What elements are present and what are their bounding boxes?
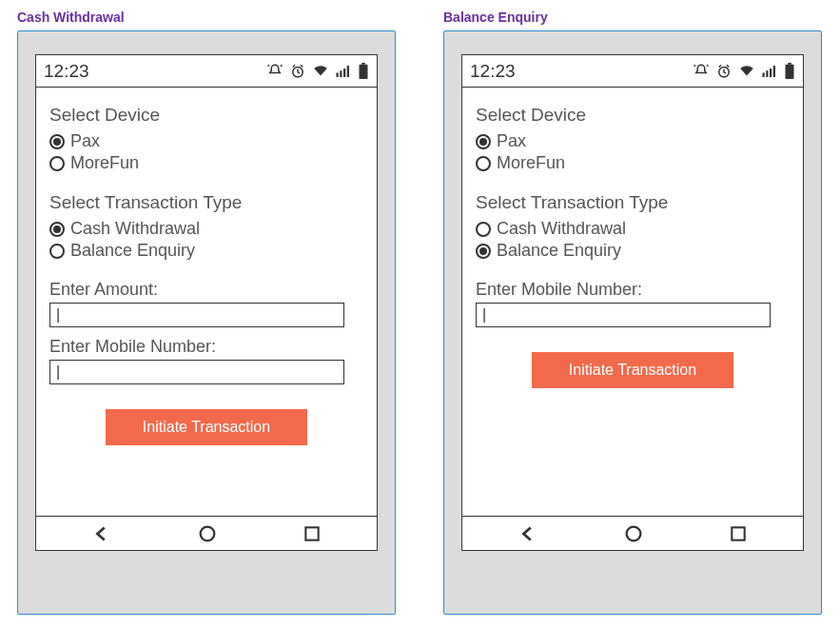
status-bar: 12:23 [462,55,803,88]
nav-recent-icon[interactable] [303,524,322,543]
svg-rect-17 [732,527,744,540]
form-content: Select DevicePaxMoreFunSelect Transactio… [462,88,803,516]
phone-frame: 12:23Select DevicePaxMoreFunSelect Trans… [17,30,396,615]
device-option-1[interactable]: MoreFun [476,153,790,173]
device-option-1[interactable]: MoreFun [49,153,363,173]
clock-icon [715,63,733,80]
svg-rect-13 [773,66,775,77]
text-input[interactable] [476,303,771,327]
status-time: 12:23 [44,61,89,82]
radio-icon [476,134,491,149]
field-label: Enter Mobile Number: [49,337,363,357]
svg-rect-2 [340,70,342,77]
radio-label: Balance Enquiry [70,241,195,261]
txn-option-1[interactable]: Balance Enquiry [49,241,363,261]
svg-rect-8 [305,527,318,540]
signal-icon [335,63,352,80]
nav-back-icon[interactable] [518,523,538,544]
svg-rect-5 [360,64,368,78]
device-section-label: Select Device [476,105,790,126]
svg-rect-1 [337,72,339,77]
wifi-icon [312,63,329,80]
svg-point-16 [627,526,641,540]
status-icons [266,63,369,80]
status-time: 12:23 [470,61,516,82]
status-bar: 12:23 [36,55,377,88]
svg-rect-3 [343,69,345,77]
device-option-0[interactable]: Pax [49,131,363,151]
nav-back-icon[interactable] [91,523,112,544]
txn-section-label: Select Transaction Type [476,192,790,213]
android-nav-bar [462,516,803,550]
status-icons [693,63,795,80]
panel: Cash Withdrawal12:23Select DevicePaxMore… [17,10,396,615]
radio-label: MoreFun [70,153,139,173]
phone-frame: 12:23Select DevicePaxMoreFunSelect Trans… [443,30,822,615]
clock-icon [289,63,306,80]
radio-label: Pax [70,131,100,151]
svg-rect-14 [786,64,794,78]
panel-title: Balance Enquiry [443,10,822,25]
svg-rect-15 [788,63,791,65]
radio-label: Cash Withdrawal [497,219,626,239]
svg-rect-10 [763,72,765,77]
radio-icon [49,156,65,171]
svg-rect-4 [347,66,349,77]
radio-icon [476,244,491,259]
radio-label: Balance Enquiry [497,241,621,261]
svg-point-7 [201,526,215,540]
txn-option-0[interactable]: Cash Withdrawal [476,219,790,239]
panel: Balance Enquiry12:23Select DevicePaxMore… [443,10,822,615]
initiate-transaction-button[interactable]: Initiate Transaction [106,409,307,445]
txn-option-1[interactable]: Balance Enquiry [476,241,790,261]
device-option-0[interactable]: Pax [476,131,790,151]
panel-title: Cash Withdrawal [17,10,396,25]
nav-home-icon[interactable] [197,523,218,544]
alarm-bell-icon [266,63,283,80]
radio-label: MoreFun [497,153,565,173]
radio-icon [476,156,491,171]
txn-option-0[interactable]: Cash Withdrawal [49,219,363,239]
nav-recent-icon[interactable] [729,524,748,543]
svg-rect-6 [361,63,365,65]
field-label: Enter Mobile Number: [476,280,790,300]
phone-screen: 12:23Select DevicePaxMoreFunSelect Trans… [35,54,378,551]
field-label: Enter Amount: [49,280,363,300]
phone-screen: 12:23Select DevicePaxMoreFunSelect Trans… [461,54,804,551]
txn-section-label: Select Transaction Type [49,192,363,213]
radio-label: Cash Withdrawal [70,219,200,239]
radio-icon [49,244,65,259]
text-input[interactable] [49,360,344,384]
svg-rect-12 [770,69,772,77]
initiate-transaction-button[interactable]: Initiate Transaction [532,352,733,388]
text-input[interactable] [49,303,344,327]
radio-icon [49,134,65,149]
battery-icon [784,63,795,80]
svg-rect-11 [766,70,768,77]
radio-icon [476,222,491,237]
alarm-bell-icon [693,63,710,80]
wifi-icon [738,63,755,80]
form-content: Select DevicePaxMoreFunSelect Transactio… [36,88,377,516]
device-section-label: Select Device [49,105,363,126]
nav-home-icon[interactable] [623,523,644,544]
battery-icon [358,63,369,80]
radio-icon [49,222,65,237]
android-nav-bar [36,516,377,550]
radio-label: Pax [497,131,526,151]
signal-icon [761,63,778,80]
